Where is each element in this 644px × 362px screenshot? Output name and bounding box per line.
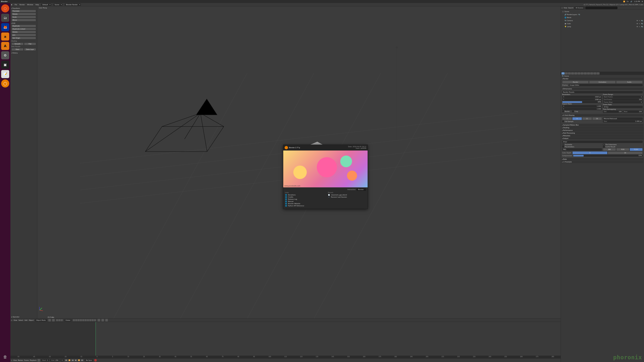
anim-button[interactable]: Animation — [589, 81, 616, 84]
current-frame-field[interactable]: 1 — [60, 359, 64, 362]
tl-menu-view[interactable]: View — [13, 360, 17, 361]
splash-link[interactable]: 🌐Blender Website — [285, 203, 323, 204]
sound-icon[interactable]: 🔊 — [630, 1, 632, 2]
aa-filter[interactable]: Mitchell-Netravali — [603, 117, 643, 120]
fps-dd[interactable]: 24 fps — [603, 106, 643, 108]
aa-8[interactable]: 8 — [572, 117, 582, 120]
output-path[interactable]: /tmp/ — [562, 141, 643, 143]
bake-h[interactable]: Bake — [562, 158, 643, 160]
aa-16[interactable]: 16 — [592, 117, 602, 120]
aspect-x[interactable]: X:1.000 — [562, 105, 602, 107]
collapsed-panel[interactable]: Metadata — [562, 135, 643, 137]
timeline-cursor[interactable] — [96, 322, 96, 356]
tab-renderlayers[interactable] — [565, 72, 568, 75]
translate-button[interactable]: Translate — [12, 10, 36, 12]
snap-icon[interactable] — [98, 319, 100, 322]
set-origin-button[interactable]: Set Origin — [12, 37, 36, 39]
clock[interactable]: 1:35 PM — [634, 1, 640, 2]
outliner-row[interactable]: ○Scene — [562, 10, 643, 13]
display-dropdown[interactable]: Image Editor — [569, 84, 643, 86]
mode-dropdown[interactable]: Object Mode — [35, 319, 47, 322]
tab-modifiers[interactable] — [580, 72, 584, 75]
ol-mode-dropdown[interactable]: All Scenes — [574, 7, 584, 9]
dash-icon[interactable]: ◌ — [1, 4, 9, 12]
amazon-icon[interactable]: a — [1, 32, 9, 40]
overwrite-check[interactable]: ✓Overwrite — [562, 144, 602, 145]
splash-link[interactable]: 🌐Python API Reference — [285, 205, 323, 207]
fullsample-check[interactable]: Full Sample — [562, 120, 602, 122]
autokey-icon[interactable] — [94, 359, 97, 362]
prop-edit-icon[interactable] — [102, 319, 104, 322]
network-icon[interactable]: 📶 — [623, 1, 625, 2]
aa-h[interactable]: ☑ Anti-Aliasing — [562, 114, 643, 116]
mirror-button[interactable]: Mirror — [12, 19, 36, 21]
blender-icon[interactable]: ◯ — [1, 79, 9, 87]
collapsed-panel[interactable]: Sampled Motion Blur — [562, 124, 643, 126]
tab-texture[interactable] — [590, 72, 593, 75]
manipulator-seg[interactable] — [56, 319, 63, 322]
gear-icon[interactable]: ⚙ — [642, 1, 643, 2]
end-frame-field[interactable]: End:250 — [50, 359, 59, 362]
scene-dropdown[interactable]: Scene — [54, 3, 62, 6]
ol-editor-icon[interactable]: ◇ — [562, 7, 563, 9]
splash-recent-item[interactable]: ↩Recover Last Session — [328, 196, 366, 198]
render-button[interactable]: Render — [562, 81, 589, 84]
aa-5[interactable]: 5 — [562, 117, 572, 120]
v3d-menu-view[interactable]: View — [14, 320, 17, 321]
res-y[interactable]: Y:1080 px — [562, 98, 602, 101]
fileext-check[interactable]: ✓File Extensions — [603, 144, 643, 145]
interaction-dropdown[interactable]: Blender — [357, 188, 366, 191]
tab-object[interactable] — [574, 72, 577, 75]
join-button[interactable]: Join — [12, 34, 36, 36]
placeholders-check[interactable]: Placeholders — [562, 146, 602, 148]
files-icon[interactable]: 🗂 — [1, 14, 9, 22]
collapsed-panel[interactable]: Shading — [562, 126, 643, 129]
data-button[interactable]: Data — [12, 48, 24, 51]
frame-step[interactable]: Frame Step:1 — [603, 101, 643, 103]
tl-menu-frame[interactable]: Frame — [24, 360, 29, 361]
smooth-button[interactable]: Smooth — [12, 42, 24, 45]
delete-button[interactable]: Delete — [12, 31, 36, 33]
operator-h[interactable]: ▸ Operator — [12, 316, 20, 318]
toolshelf-transform-h[interactable]: Transform — [12, 7, 36, 9]
menu-file[interactable]: File — [14, 4, 17, 5]
compression-slider[interactable]: 15% — [573, 155, 643, 157]
duplicate-button[interactable]: Duplicate — [12, 25, 36, 27]
aa-11[interactable]: 11 — [582, 117, 592, 120]
editor-type-icon[interactable]: ◇ — [11, 320, 12, 321]
layout-dropdown[interactable]: Default — [41, 3, 51, 6]
tl-menu-playback[interactable]: Playback — [30, 360, 36, 361]
splash-link[interactable]: 🌐Credits — [285, 196, 323, 198]
tl-menu-marker[interactable]: Marker — [18, 360, 23, 361]
output-h[interactable]: Output — [562, 137, 643, 140]
outliner-row[interactable]: 💡Lamp👁↖📷 — [562, 25, 643, 28]
tl-editor-icon[interactable]: ◇ — [11, 360, 12, 361]
splash-link[interactable]: 🌐Manual — [285, 201, 323, 202]
tab-particles[interactable] — [593, 72, 596, 75]
res-x[interactable]: X:1920 px — [562, 96, 602, 98]
splash-link[interactable]: 🌐Donations — [285, 194, 323, 196]
jump-start-button[interactable]: ⏮ — [65, 359, 68, 362]
start-frame-field[interactable]: Start:1 — [41, 359, 49, 362]
border-check[interactable]: Border Crop — [562, 110, 602, 112]
play-button[interactable]: ▶ — [74, 359, 77, 362]
outliner-tree[interactable]: ○Scene🔗RenderLayers📷🌐World📷Camera👁↖📷▣Cub… — [561, 9, 644, 29]
orientation-dropdown[interactable]: Global — [64, 319, 72, 322]
tl-range-icon[interactable] — [38, 359, 40, 362]
next-key-button[interactable]: ⏩ — [78, 359, 80, 362]
start-frame[interactable]: Start Frame:1 — [603, 96, 643, 98]
tab-render[interactable] — [562, 72, 564, 75]
v3d-menu-add[interactable]: Add — [24, 320, 27, 321]
freestyle-h[interactable]: ☐ Freestyle — [562, 161, 643, 163]
menu-render[interactable]: Render — [20, 4, 25, 5]
rgba-button[interactable]: RGBA — [630, 148, 643, 151]
tab-scene[interactable] — [568, 72, 571, 75]
software-icon[interactable]: A — [1, 42, 9, 50]
ol-menu-view[interactable]: View — [564, 7, 567, 9]
bw-button[interactable]: BW — [603, 148, 616, 151]
cache-check[interactable]: Cache Result — [603, 146, 643, 148]
outliner-row[interactable]: 🌐World — [562, 16, 643, 19]
timeline[interactable]: -55-45-35-25-15-551525354555657585951051… — [10, 322, 561, 358]
tr-old[interactable]: Old:100 — [603, 110, 622, 113]
menu-help[interactable]: Help — [36, 4, 39, 5]
